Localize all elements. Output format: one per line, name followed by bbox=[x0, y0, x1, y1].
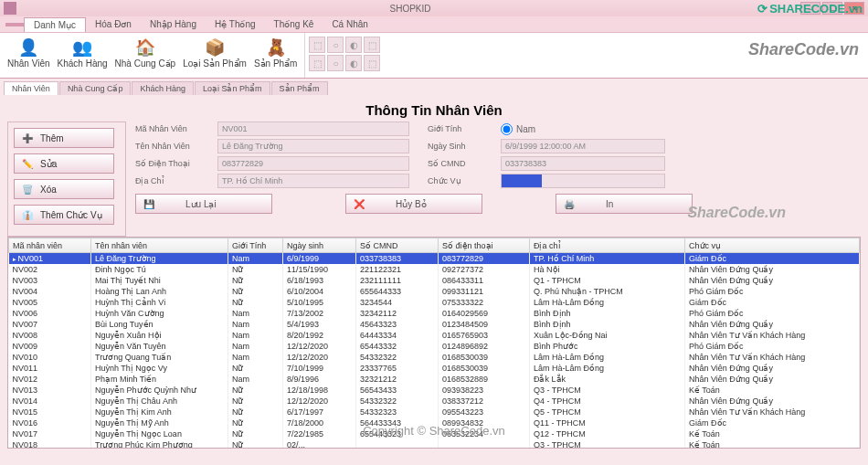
column-header[interactable]: Giới Tính bbox=[228, 238, 283, 253]
side-panel: ➕Thêm ✏️Sửa 🗑️Xóa 👔Thêm Chức Vụ bbox=[7, 122, 126, 237]
person-icon: 👤 bbox=[17, 37, 39, 58]
table-row[interactable]: NV015Nguyễn Thị Kim AnhNữ6/17/1997543323… bbox=[9, 407, 860, 417]
print-icon: 🖨️ bbox=[564, 199, 578, 209]
small-btn[interactable]: ⬚ bbox=[309, 55, 325, 71]
print-button[interactable]: 🖨️In bbox=[556, 194, 693, 214]
table-row[interactable]: NV018Trương Phúc Kim PhươngNữ02/...Q3 - … bbox=[9, 439, 860, 449]
table-row[interactable]: NV008Nguyễn Xuân HộiNam8/20/199264443334… bbox=[9, 330, 860, 341]
small-btn[interactable]: ⬚ bbox=[364, 55, 380, 71]
cancel-button[interactable]: ❌Hủy Bỏ bbox=[345, 194, 482, 214]
small-btn[interactable]: ⬚ bbox=[364, 37, 380, 53]
ribbon-sanpham[interactable]: 🧸Sản Phẩm bbox=[250, 35, 302, 70]
table-row[interactable]: NV014Nguyễn Thị Châu AnhNữ12/12/20205433… bbox=[9, 396, 860, 407]
subtab-sanpham[interactable]: Sản Phẩm bbox=[271, 81, 328, 95]
label-cmnd: Số CMND bbox=[428, 159, 482, 168]
subtab-nhanvien[interactable]: Nhân Viên bbox=[4, 81, 58, 95]
table-row[interactable]: NV001Lê Đăng TrườngNam6/9/19990337383830… bbox=[9, 253, 860, 265]
label-sdt: Số Điện Thoại bbox=[135, 159, 199, 168]
subtab-khachhang[interactable]: Khách Hàng bbox=[132, 81, 194, 95]
ribbon-small-group: ⬚○◐⬚ ⬚○◐⬚ bbox=[305, 33, 384, 78]
subtabs: Nhân Viên Nhà Cung Cấp Khách Hàng Loại S… bbox=[0, 79, 868, 95]
cancel-icon: ❌ bbox=[354, 199, 368, 209]
column-header[interactable]: Số điện thoại bbox=[439, 238, 530, 253]
data-table[interactable]: Mã nhân viênTên nhân viênGiới TínhNgày s… bbox=[7, 237, 861, 449]
column-header[interactable]: Tên nhân viên bbox=[91, 238, 228, 253]
small-btn[interactable]: ○ bbox=[327, 55, 344, 71]
radio-nam[interactable] bbox=[501, 123, 513, 135]
column-header[interactable]: Ngày sinh bbox=[283, 238, 356, 253]
table-row[interactable]: NV016Nguyễn Thị Mỹ AnhNữ7/18/20005644333… bbox=[9, 417, 860, 428]
menubar: Danh Mục Hóa Đơn Nhập Hàng Hệ Thống Thốn… bbox=[0, 16, 868, 33]
save-button[interactable]: 💾Lưu Lại bbox=[135, 194, 272, 214]
input-sdt[interactable] bbox=[217, 156, 409, 171]
sharecode-logo: SHARECODE.vn bbox=[757, 2, 863, 16]
input-cmnd[interactable] bbox=[501, 156, 665, 171]
window-title: SHOPKID bbox=[20, 4, 800, 14]
table-row[interactable]: NV013Nguyễn Phước Quỳnh NhưNữ12/18/19985… bbox=[9, 385, 860, 396]
table-row[interactable]: NV012Phạm Minh TiếnNam8/9/19963232121201… bbox=[9, 374, 860, 385]
input-ma[interactable] bbox=[217, 122, 409, 136]
role-icon: 👔 bbox=[20, 210, 35, 220]
add-role-button[interactable]: 👔Thêm Chức Vụ bbox=[14, 205, 114, 225]
label-cv: Chức Vụ bbox=[428, 176, 482, 185]
subtab-loaisanpham[interactable]: Loại Sản Phẩm bbox=[195, 81, 270, 95]
menu-nhaphang[interactable]: Nhập Hàng bbox=[141, 17, 206, 31]
table-row[interactable]: NV005Huỳnh Thị Cảnh ViNữ5/10/19953234544… bbox=[9, 297, 860, 308]
menu-hoadon[interactable]: Hóa Đơn bbox=[86, 17, 141, 31]
column-header[interactable]: Chức vụ bbox=[685, 238, 860, 253]
input-dc[interactable] bbox=[217, 174, 409, 188]
table-row[interactable]: NV004Hoàng Thị Lan AnhNữ6/10/20046556443… bbox=[9, 286, 860, 297]
ribbon-loaisanpham[interactable]: 📦Loại Sản Phẩm bbox=[179, 35, 250, 70]
table-row[interactable]: NV003Mai Thị Tuyết NhiNữ6/18/19932321111… bbox=[9, 275, 860, 286]
pencil-icon: ✏️ bbox=[20, 159, 35, 169]
plus-icon: ➕ bbox=[20, 133, 35, 143]
small-btn[interactable]: ◐ bbox=[345, 37, 362, 53]
ribbon-nhanvien[interactable]: 👤Nhân Viên bbox=[4, 35, 54, 70]
input-ns[interactable] bbox=[501, 139, 665, 153]
add-button[interactable]: ➕Thêm bbox=[14, 128, 114, 148]
ribbon-khachhang[interactable]: 👥Khách Hàng bbox=[54, 35, 111, 70]
form-area: Mã Nhân Viên Giới Tính Nam Tên Nhân Viên… bbox=[135, 122, 861, 214]
people-icon: 👥 bbox=[71, 37, 93, 58]
titlebar: SHOPKID – ☐ ✕ SHARECODE.vn bbox=[0, 0, 868, 16]
app-icon bbox=[4, 2, 16, 15]
input-ten[interactable] bbox=[217, 139, 409, 153]
table-row[interactable]: NV009Nguyễn Văn TuyênNam12/12/2020654433… bbox=[9, 341, 860, 352]
column-header[interactable]: Mã nhân viên bbox=[9, 238, 91, 253]
ribbon-nhacungcap[interactable]: 🏠Nhà Cung Cấp bbox=[111, 35, 180, 70]
menu-thongke[interactable]: Thống Kê bbox=[265, 17, 323, 31]
column-header[interactable]: Địa chỉ bbox=[530, 238, 685, 253]
label-ten: Tên Nhân Viên bbox=[135, 142, 199, 151]
edit-button[interactable]: ✏️Sửa bbox=[14, 153, 114, 174]
table-row[interactable]: NV007Bùi Long TuyềnNam5/4/19934564332301… bbox=[9, 319, 860, 330]
table-row[interactable]: NV002Đinh Ngọc TúNữ11/15/199022112232109… bbox=[9, 264, 860, 275]
table-row[interactable]: NV017Nguyễn Thị Ngọc LoanNữ7/22/19856554… bbox=[9, 428, 860, 439]
label-ma: Mã Nhân Viên bbox=[135, 124, 199, 133]
table-row[interactable]: NV011Huỳnh Thị Ngọc VyNữ7/10/19992333776… bbox=[9, 363, 860, 374]
small-btn[interactable]: ⬚ bbox=[309, 37, 325, 53]
page-title: Thông Tin Nhân Viên bbox=[7, 99, 861, 122]
box-icon: 📦 bbox=[204, 37, 226, 58]
house-icon: 🏠 bbox=[134, 37, 156, 58]
watermark: ShareCode.vn bbox=[748, 40, 859, 59]
menu-danhmuc[interactable]: Danh Mục bbox=[24, 17, 86, 32]
menu-hethong[interactable]: Hệ Thống bbox=[206, 17, 265, 31]
subtab-nhacungcap[interactable]: Nhà Cung Cấp bbox=[59, 81, 132, 95]
small-btn[interactable]: ○ bbox=[327, 37, 344, 53]
product-icon: 🧸 bbox=[265, 37, 287, 58]
menu-canhan[interactable]: Cá Nhân bbox=[323, 17, 376, 31]
table-row[interactable]: NV006Huỳnh Văn CườngNam7/13/200232342112… bbox=[9, 308, 860, 319]
content: ShareCode.vn Thông Tin Nhân Viên ➕Thêm ✏… bbox=[0, 95, 868, 452]
delete-button[interactable]: 🗑️Xóa bbox=[14, 179, 114, 199]
label-gt: Giới Tính bbox=[428, 124, 482, 133]
small-btn[interactable]: ◐ bbox=[345, 55, 362, 71]
save-icon: 💾 bbox=[143, 199, 158, 209]
radio-gender[interactable]: Nam bbox=[501, 123, 665, 135]
column-header[interactable]: Số CMND bbox=[356, 238, 439, 253]
label-ns: Ngày Sinh bbox=[428, 142, 482, 151]
table-row[interactable]: NV010Trương Quang TuấnNam12/12/202054332… bbox=[9, 352, 860, 363]
trash-icon: 🗑️ bbox=[20, 185, 35, 195]
file-menu[interactable] bbox=[5, 23, 24, 26]
label-dc: Địa Chỉ bbox=[135, 176, 199, 185]
combo-chucvu[interactable] bbox=[501, 174, 665, 188]
